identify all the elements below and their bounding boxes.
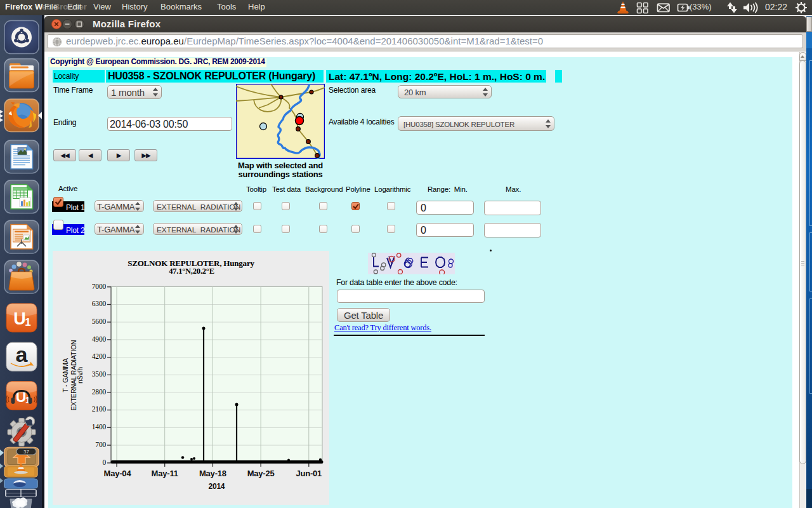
svg-text:May-25: May-25 xyxy=(247,469,275,478)
svg-text:1400: 1400 xyxy=(92,423,107,431)
svg-text:6300: 6300 xyxy=(92,300,107,307)
svg-text:4200: 4200 xyxy=(92,352,107,360)
svg-text:7000: 7000 xyxy=(92,283,107,290)
svg-text:4900: 4900 xyxy=(92,335,107,343)
svg-text:37: 37 xyxy=(23,449,29,455)
svg-text:a: a xyxy=(16,342,29,366)
svg-text:700: 700 xyxy=(95,441,106,448)
svg-text:nSv/h: nSv/h xyxy=(76,367,84,384)
svg-text:Jun-01: Jun-01 xyxy=(296,469,322,478)
svg-text:0: 0 xyxy=(102,458,106,466)
svg-text:1: 1 xyxy=(25,316,30,328)
svg-text:May-04: May-04 xyxy=(104,469,132,478)
svg-text:47.1°N,20.2°E: 47.1°N,20.2°E xyxy=(169,267,214,276)
svg-text:T - GAMMA: T - GAMMA xyxy=(62,358,69,392)
svg-text:5600: 5600 xyxy=(92,318,107,325)
svg-text:U: U xyxy=(13,309,26,328)
svg-text:2800: 2800 xyxy=(92,388,107,396)
svg-text:2100: 2100 xyxy=(92,405,107,413)
svg-text:May-11: May-11 xyxy=(152,469,178,478)
svg-text:3500: 3500 xyxy=(92,370,107,378)
svg-text:May-18: May-18 xyxy=(199,469,226,478)
svg-text:2014: 2014 xyxy=(208,482,225,491)
